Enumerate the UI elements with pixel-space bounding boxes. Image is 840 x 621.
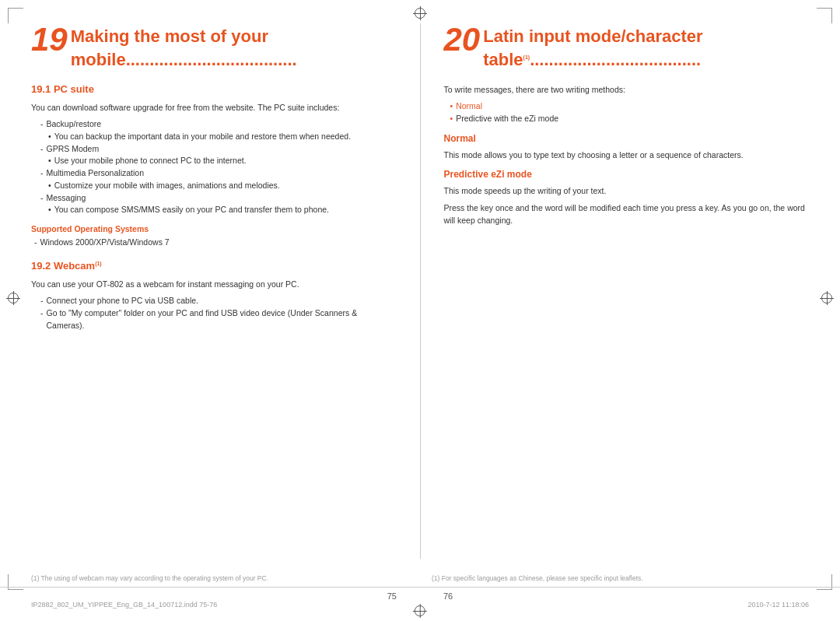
footer-file-info: IP2882_802_UM_YIPPEE_Eng_GB_14_100712.in… [31, 601, 217, 609]
item-messaging: Messaging [40, 192, 397, 205]
footer: IP2882_802_UM_YIPPEE_Eng_GB_14_100712.in… [0, 587, 840, 621]
footer-center: 75 76 [387, 591, 453, 618]
webcam-item-1: Connect your phone to PC via USB cable. [40, 295, 397, 307]
pc-suite-items: Backup/restore You can backup the import… [37, 118, 397, 216]
section-19-2-intro: You can use your OT-802 as a webcam for … [31, 278, 397, 290]
right-page: 20 Latin input mode/character table(1)..… [421, 23, 810, 559]
chapter-20-number: 20 [444, 23, 481, 56]
page-number-right: 76 [443, 591, 453, 601]
footnote-left: (1) The using of webcam may vary accordi… [31, 574, 408, 582]
chapter-20-intro: To write messages, there are two writing… [444, 83, 810, 96]
item-backup: Backup/restore [40, 118, 397, 131]
chapter-19-title-line1: Making the most of your [71, 23, 297, 47]
item-multimedia: Multimedia Personalization [40, 167, 397, 180]
footnote-right: (1) For specific languages as Chinese, p… [408, 574, 809, 582]
crosshair-left [6, 291, 20, 305]
predictive-body2: Press the key once and the word will be … [444, 202, 810, 227]
footer-date-info: 2010-7-12 11:18:06 [747, 601, 809, 609]
item-backup-sub: You can backup the important data in you… [48, 131, 397, 143]
predictive-heading: Predictive eZi mode [444, 169, 810, 180]
section-19-2-heading: 19.2 Webcam(1) [31, 260, 397, 272]
section-19-1-intro: You can download software upgrade for fr… [31, 101, 397, 114]
corner-mark-tl [8, 8, 23, 23]
chapter-20-title-line1: Latin input mode/character [483, 23, 702, 47]
method-normal: Normal [450, 100, 810, 113]
item-gprs-sub: Use your mobile phone to connect PC to t… [48, 155, 397, 167]
chapter-20-title-line2: table(1)................................… [483, 47, 702, 70]
page-number-left: 75 [387, 591, 397, 601]
corner-mark-tr [817, 8, 832, 23]
webcam-item-2: Go to "My computer" folder on your PC an… [40, 307, 397, 332]
footnote-area: (1) The using of webcam may vary accordi… [0, 574, 840, 587]
chapter-20-heading: 20 Latin input mode/character table(1)..… [444, 23, 810, 71]
crosshair-top [413, 6, 427, 20]
page-numbers: 75 76 [387, 591, 453, 601]
chapter-20-title: Latin input mode/character table(1).....… [483, 23, 702, 71]
crosshair-right [820, 291, 834, 305]
supported-os-value: Windows 2000/XP/Vista/Windows 7 [34, 237, 397, 249]
normal-heading: Normal [444, 133, 810, 144]
section-19-2: 19.2 Webcam(1) You can use your OT-802 a… [31, 260, 397, 332]
item-multimedia-sub: Customize your mobile with images, anima… [48, 180, 397, 192]
main-content: 19 Making the most of your mobile.......… [0, 0, 840, 574]
item-gprs: GPRS Modem [40, 143, 397, 156]
method-predictive: Predictive with the eZi mode [450, 113, 810, 125]
section-19-1-heading: 19.1 PC suite [31, 83, 397, 95]
chapter-19-number: 19 [31, 23, 68, 56]
chapter-19-title: Making the most of your mobile..........… [71, 23, 297, 71]
webcam-items: Connect your phone to PC via USB cable. … [37, 295, 397, 332]
page-container: 19 Making the most of your mobile.......… [0, 0, 840, 621]
footer-crosshair [413, 604, 427, 618]
writing-methods: Normal Predictive with the eZi mode [450, 100, 810, 125]
normal-body: This mode allows you to type text by cho… [444, 149, 810, 161]
chapter-19-heading: 19 Making the most of your mobile.......… [31, 23, 397, 71]
item-messaging-sub: You can compose SMS/MMS easily on your P… [48, 204, 397, 216]
supported-os-label: Supported Operating Systems [31, 224, 397, 233]
chapter-19-title-line2: mobile..................................… [71, 47, 297, 70]
left-page: 19 Making the most of your mobile.......… [31, 23, 421, 559]
predictive-body1: This mode speeds up the writing of your … [444, 184, 810, 197]
